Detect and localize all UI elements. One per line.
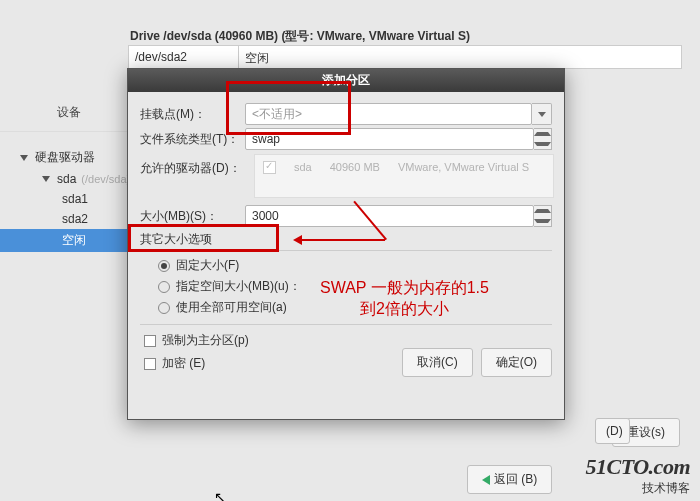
chevron-down-icon <box>534 142 551 146</box>
radio-icon <box>158 302 170 314</box>
tree-sda2[interactable]: sda2 <box>0 209 138 229</box>
device-tree[interactable]: 硬盘驱动器 sda (/dev/sda) sda1 sda2 空闲 <box>0 132 138 252</box>
dialog-title: 添加分区 <box>128 69 564 92</box>
mount-point-combo[interactable]: <不适用> <box>245 103 532 125</box>
drive-bar-partname: /dev/sda2 <box>129 46 239 68</box>
radio-fixed-size[interactable]: 固定大小(F) <box>140 255 552 276</box>
mount-point-label: 挂载点(M)： <box>140 106 245 123</box>
radio-icon <box>158 260 170 272</box>
extra-size-header: 其它大小选项 <box>140 231 552 248</box>
drive-name: sda <box>294 161 312 173</box>
arrow-left-icon <box>482 475 490 485</box>
size-input[interactable]: 3000 <box>245 205 534 227</box>
check-label: 加密 (E) <box>162 355 205 372</box>
drive-bar-status: 空闲 <box>239 46 681 68</box>
radio-icon <box>158 281 170 293</box>
checkbox-icon <box>144 335 156 347</box>
drive-size: 40960 MB <box>330 161 380 173</box>
back-button[interactable]: 返回 (B) <box>467 465 552 494</box>
device-column-header: 设备 <box>0 98 138 132</box>
tree-root-harddrives[interactable]: 硬盘驱动器 <box>0 146 138 169</box>
drive-model: VMware, VMware Virtual S <box>398 161 529 173</box>
chevron-down-icon <box>42 176 50 182</box>
back-button-label: 返回 (B) <box>494 471 537 488</box>
radio-label: 指定空间大小(MB)(u)： <box>176 278 301 295</box>
tree-free-space[interactable]: 空闲 <box>0 229 138 252</box>
drive-checkbox[interactable] <box>263 161 276 174</box>
fstype-label: 文件系统类型(T)： <box>140 131 245 148</box>
cursor-icon: ↖ <box>214 489 226 501</box>
fstype-value: swap <box>252 132 280 146</box>
radio-label: 使用全部可用空间(a) <box>176 299 287 316</box>
mount-point-value: <不适用> <box>252 106 302 123</box>
size-label: 大小(MB)(S)： <box>140 208 245 225</box>
drive-header-label: Drive /dev/sda (40960 MB) (型号: VMware, V… <box>130 28 470 45</box>
fstype-combo[interactable]: swap <box>245 128 534 150</box>
drive-partition-bar: /dev/sda2 空闲 <box>128 45 682 69</box>
tree-sda[interactable]: sda (/dev/sda) <box>0 169 138 189</box>
tree-sda1[interactable]: sda1 <box>0 189 138 209</box>
fstype-dropdown-button[interactable] <box>534 128 552 150</box>
radio-specify-size[interactable]: 指定空间大小(MB)(u)： <box>140 276 552 297</box>
radio-label: 固定大小(F) <box>176 257 239 274</box>
size-spinner[interactable] <box>534 205 552 227</box>
add-partition-dialog: 添加分区 挂载点(M)： <不适用> 文件系统类型(T)： swap sda 4… <box>127 68 565 420</box>
tree-label: 空闲 <box>62 232 86 249</box>
checkbox-icon <box>144 358 156 370</box>
chevron-up-icon <box>534 209 551 213</box>
chevron-down-icon <box>534 219 551 223</box>
chevron-up-icon <box>534 132 551 136</box>
tree-label: sda2 <box>62 212 88 226</box>
chevron-down-icon <box>538 112 546 117</box>
tree-label: sda <box>57 172 76 186</box>
mount-point-dropdown-button[interactable] <box>532 103 552 125</box>
tree-label: sda1 <box>62 192 88 206</box>
cancel-button[interactable]: 取消(C) <box>402 348 473 377</box>
tree-devpath: (/dev/sda) <box>81 173 130 185</box>
check-label: 强制为主分区(p) <box>162 332 249 349</box>
partial-d-button[interactable]: (D) <box>595 418 630 444</box>
tree-label: 硬盘驱动器 <box>35 149 95 166</box>
chevron-down-icon <box>20 155 28 161</box>
allowed-drives-label: 允许的驱动器(D)： <box>140 160 245 177</box>
ok-button[interactable]: 确定(O) <box>481 348 552 377</box>
radio-use-all[interactable]: 使用全部可用空间(a) <box>140 297 552 318</box>
